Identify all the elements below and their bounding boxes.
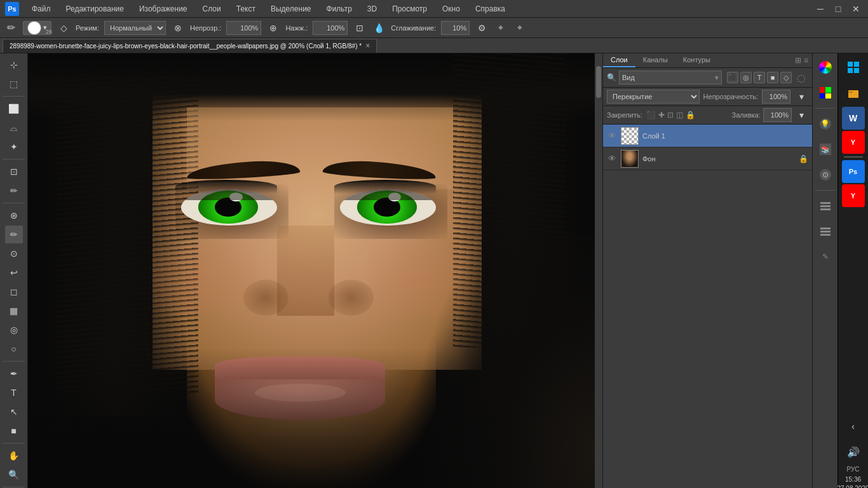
hand-tool[interactable]: ✋ — [5, 447, 23, 464]
document-tab[interactable]: 2898989-women-brunette-face-juicy-lips-b… — [3, 39, 377, 53]
portrait-canvas[interactable] — [28, 53, 595, 488]
panel-menu-icon[interactable]: ≡ — [804, 56, 808, 65]
dodge-tool[interactable]: ○ — [5, 340, 23, 358]
lock-icon-extra[interactable]: 🔒 — [686, 111, 695, 119]
smoothing-settings-icon[interactable]: ⚙ — [475, 21, 489, 35]
menu-window[interactable]: Окно — [440, 3, 463, 15]
crop-tool[interactable]: ⊡ — [5, 163, 23, 180]
airbrush-icon[interactable]: 💧 — [372, 21, 386, 35]
dock-color[interactable] — [814, 56, 837, 79]
menu-bar: Ps Файл Редактирование Изображение Слои … — [0, 0, 868, 18]
layer-blend-mode[interactable]: Перекрытие — [607, 90, 700, 104]
pressure-icon[interactable]: ⊡ — [353, 21, 367, 35]
menu-edit[interactable]: Редактирование — [64, 3, 126, 15]
file-explorer-btn[interactable] — [842, 83, 865, 105]
chevron-left-btn[interactable]: ‹ — [842, 415, 865, 438]
tab-channels[interactable]: Каналы — [635, 53, 675, 67]
layer-item-0[interactable]: 👁 Слой 1 — [603, 125, 812, 147]
smoothing-input[interactable] — [441, 21, 470, 35]
zoom-tool[interactable]: 🔍 — [5, 466, 23, 484]
type-tool[interactable]: T — [5, 384, 23, 402]
windows-start-btn[interactable] — [842, 56, 865, 79]
filter-smart-icon[interactable]: ◇ — [780, 72, 792, 83]
ps-taskbar-btn[interactable]: Ps — [842, 160, 865, 183]
menu-file[interactable]: Файл — [29, 3, 53, 15]
brush-tool[interactable]: ✏ — [5, 226, 23, 243]
filter-pixel-icon[interactable]: ⬛ — [727, 72, 738, 83]
history-brush-tool[interactable]: ↩ — [5, 264, 23, 281]
fill-input[interactable] — [763, 108, 792, 122]
gradient-tool[interactable]: ▦ — [5, 302, 23, 320]
window-minimize-btn[interactable]: ─ — [813, 2, 827, 16]
opacity-input[interactable] — [226, 21, 261, 35]
brush-picker-btn[interactable]: 26 ▾ — [23, 21, 51, 35]
lock-position-btn[interactable]: ✚ — [658, 111, 665, 119]
eraser-tool[interactable]: ◻ — [5, 283, 23, 301]
window-maximize-btn[interactable]: □ — [831, 2, 845, 16]
layer-visibility-0[interactable]: 👁 — [607, 131, 617, 141]
menu-text[interactable]: Текст — [234, 3, 258, 15]
opacity-expand-icon[interactable]: ▾ — [794, 90, 808, 104]
filter-adj-icon[interactable]: ◎ — [740, 72, 752, 83]
lock-pixels-btn[interactable]: ⬛ — [646, 111, 656, 119]
pen-tool[interactable]: ✒ — [5, 365, 23, 383]
layer-item-1[interactable]: 👁 Фон 🔒 — [603, 147, 812, 170]
dock-libraries[interactable]: 📚 — [814, 138, 837, 161]
mode-label: Режим: — [76, 24, 99, 32]
opacity-pressure-icon[interactable]: ⊕ — [266, 21, 280, 35]
workspace: ⊹ ⬚ ⬜ ⌓ ✦ ⊡ ✏ ⊛ ✏ ⊙ ↩ ◻ ▦ ◎ ○ ✒ T ↖ ■ ✋ … — [0, 53, 868, 488]
dock-corrections[interactable]: ⊙ — [814, 163, 837, 186]
window-close-btn[interactable]: ✕ — [849, 2, 863, 16]
lock-artboard-btn[interactable]: ⊡ — [667, 111, 674, 119]
spot-heal-tool[interactable]: ⊛ — [5, 207, 23, 224]
lock-all-btn[interactable]: ◫ — [676, 111, 683, 119]
menu-3d[interactable]: 3D — [365, 3, 379, 15]
menu-view[interactable]: Просмотр — [390, 3, 430, 15]
clock: 15:36 27.08.2020 — [837, 475, 868, 488]
move-tool[interactable]: ⊹ — [5, 56, 23, 74]
dock-channels-icon[interactable] — [814, 220, 837, 243]
menu-filter[interactable]: Фильтр — [324, 3, 355, 15]
tab-close-btn[interactable]: × — [365, 41, 370, 50]
shape-tool[interactable]: ■ — [5, 422, 23, 440]
dock-learn[interactable]: 💡 — [814, 112, 837, 135]
dock-layers-icon[interactable] — [814, 194, 837, 217]
search-icon: 🔍 — [607, 73, 616, 82]
lasso-tool[interactable]: ⌓ — [5, 119, 23, 137]
clone-stamp-tool[interactable]: ⊙ — [5, 245, 23, 262]
word-btn[interactable]: W — [842, 107, 865, 130]
path-select-tool[interactable]: ↖ — [5, 403, 23, 421]
ps-logo: Ps — [5, 2, 19, 16]
filter-toggle-icon[interactable]: ◌ — [794, 71, 808, 85]
opacity-label: Непрозрачность: — [703, 93, 758, 100]
pressure-input[interactable] — [313, 21, 348, 35]
magic-wand-tool[interactable]: ✦ — [5, 138, 23, 156]
tab-layers[interactable]: Слои — [603, 53, 635, 67]
panel-expand-icon[interactable]: ⊞ — [795, 56, 801, 65]
menu-layers[interactable]: Слои — [200, 3, 224, 15]
yandex-btn2[interactable]: Y — [842, 184, 865, 207]
pen-pressure-icon[interactable]: ⌖ — [494, 21, 508, 35]
fill-expand-icon[interactable]: ▾ — [794, 108, 808, 122]
brush-mode-icon[interactable]: ◇ — [57, 21, 71, 35]
dock-swatches[interactable] — [814, 81, 837, 104]
dock-paths-icon[interactable]: ✎ — [814, 245, 837, 268]
layer-visibility-1[interactable]: 👁 — [607, 154, 617, 164]
filter-shape-icon[interactable]: ■ — [767, 72, 778, 83]
vertical-scrollbar[interactable] — [595, 53, 602, 488]
search-field-value[interactable]: Вид — [622, 74, 635, 81]
layer-opacity-input[interactable] — [762, 90, 790, 104]
blur-tool[interactable]: ◎ — [5, 321, 23, 339]
blend-mode-select[interactable]: Нормальный — [104, 21, 166, 35]
menu-image[interactable]: Изображение — [137, 3, 190, 15]
tab-paths[interactable]: Контуры — [675, 53, 718, 67]
filter-type-icon[interactable]: T — [754, 72, 765, 83]
eyedropper-tool[interactable]: ✏ — [5, 182, 23, 200]
menu-select[interactable]: Выделение — [268, 3, 314, 15]
symmetry-icon[interactable]: ⌖ — [513, 21, 527, 35]
speaker-btn[interactable]: 🔊 — [842, 440, 865, 463]
menu-help[interactable]: Справка — [473, 3, 508, 15]
artboard-tool[interactable]: ⬚ — [5, 75, 23, 93]
yandex-btn1[interactable]: Y — [842, 131, 865, 154]
marquee-tool[interactable]: ⬜ — [5, 100, 23, 118]
